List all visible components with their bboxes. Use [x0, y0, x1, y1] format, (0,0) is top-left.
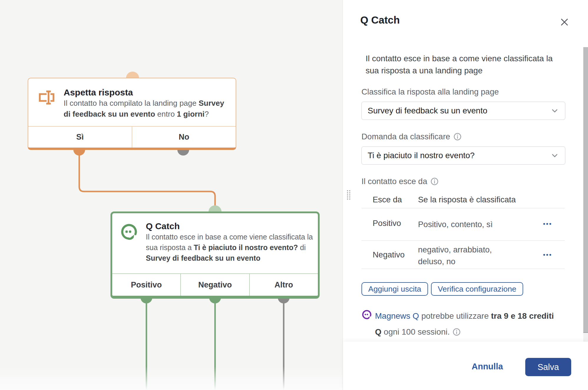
output-cell-positivo[interactable]: Positivo	[112, 274, 180, 296]
table-divider	[361, 208, 565, 208]
landing-page-select-value: Survey di feedback su un evento	[368, 106, 550, 115]
magnews-q-icon	[361, 309, 372, 320]
wait-response-node[interactable]: Aspetta risposta Il contatto ha compilat…	[28, 78, 236, 150]
output-cell-negativo[interactable]: Negativo	[180, 274, 249, 296]
workflow-canvas[interactable]: Aspetta risposta Il contatto ha compilat…	[0, 0, 343, 390]
wait-response-icon	[37, 88, 55, 107]
row-menu-icon[interactable]: •••	[541, 220, 554, 227]
row-classified-value: Positivo, contento, sì	[418, 219, 503, 230]
output-cell-altro[interactable]: Altro	[249, 274, 318, 296]
table-header-classified: Se la risposta è classificata	[418, 195, 516, 204]
question-label: Domanda da classificare	[361, 132, 461, 141]
panel-title: Q Catch	[360, 14, 400, 26]
add-exit-button[interactable]: Aggiungi uscita	[361, 282, 428, 296]
drag-handle-icon[interactable]	[347, 190, 351, 200]
info-icon[interactable]	[431, 178, 438, 185]
connector-layer	[0, 0, 343, 390]
question-select-value: Ti è piaciuto il nostro evento?	[368, 151, 550, 160]
magnews-q-link[interactable]: Magnews Q	[375, 311, 419, 320]
table-divider	[361, 269, 565, 269]
qcatch-node-description: Il contatto esce in base a come viene cl…	[146, 232, 318, 263]
wait-node-title: Aspetta risposta	[64, 87, 233, 98]
row-exit-name: Positivo	[373, 219, 401, 228]
panel-description: Il contatto esce in base a come viene cl…	[366, 52, 560, 77]
wait-node-outputs: Sì No	[28, 126, 236, 148]
qcatch-node-outputs: Positivo Negativo Altro	[112, 273, 318, 296]
wait-node-description: Il contatto ha compilato la landing page…	[64, 98, 233, 120]
chevron-down-icon	[550, 151, 559, 160]
qcatch-icon	[120, 223, 138, 241]
connector-si-to-qcatch	[79, 155, 215, 208]
row-menu-icon[interactable]: •••	[541, 251, 554, 258]
panel-scrollbar-track[interactable]	[583, 47, 588, 342]
table-header-exit: Esce da	[373, 195, 402, 204]
close-icon[interactable]	[559, 17, 569, 27]
info-icon[interactable]	[453, 328, 460, 336]
panel-scrollbar-thumb[interactable]	[583, 47, 588, 333]
verify-configuration-button[interactable]: Verifica configurazione	[431, 282, 523, 296]
chevron-down-icon	[550, 106, 559, 115]
output-cell-no[interactable]: No	[132, 127, 236, 148]
exits-section-label: Il contatto esce da	[361, 177, 438, 186]
qcatch-node-title: Q Catch	[146, 221, 318, 232]
credits-note: Magnews Q potrebbe utilizzare tra 9 e 18…	[375, 308, 562, 340]
save-button[interactable]: Salva	[525, 358, 571, 376]
row-classified-value: negativo, arrabbiato, deluso, no	[418, 244, 503, 267]
panel-footer: Annulla Salva	[343, 342, 588, 390]
question-select[interactable]: Ti è piaciuto il nostro evento?	[361, 146, 565, 165]
cancel-button[interactable]: Annulla	[472, 362, 503, 371]
row-exit-name: Negativo	[373, 250, 405, 260]
workflow-editor: Aspetta risposta Il contatto ha compilat…	[0, 0, 588, 390]
wait-node-header: Aspetta risposta Il contatto ha compilat…	[28, 78, 236, 120]
qcatch-node[interactable]: Q Catch Il contatto esce in base a come …	[110, 211, 320, 299]
qcatch-node-header: Q Catch Il contatto esce in base a come …	[112, 213, 318, 263]
landing-page-label: Classifica la risposta alla landing page	[361, 87, 499, 97]
table-divider	[361, 240, 565, 241]
output-cell-si[interactable]: Sì	[28, 127, 132, 148]
info-icon[interactable]	[454, 133, 461, 141]
qcatch-settings-panel: Q Catch Il contatto esce in base a come …	[343, 0, 588, 390]
landing-page-select[interactable]: Survey di feedback su un evento	[361, 102, 565, 120]
